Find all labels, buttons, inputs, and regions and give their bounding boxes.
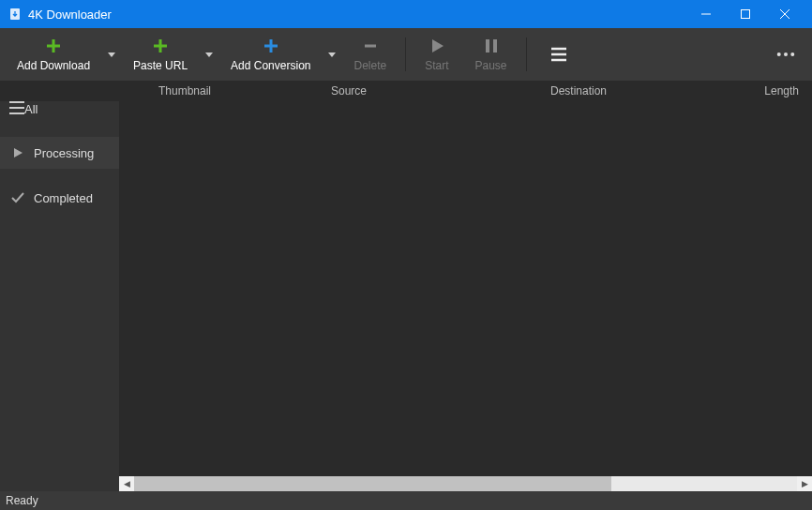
plus-icon	[44, 37, 63, 55]
svg-rect-3	[493, 39, 497, 52]
close-button[interactable]	[765, 0, 804, 28]
statusbar: Ready	[0, 491, 812, 510]
sidebar: All Processing Completed	[0, 101, 119, 491]
add-conversion-dropdown[interactable]	[323, 28, 340, 81]
scroll-right-button[interactable]: ▶	[797, 476, 812, 491]
plus-icon	[151, 37, 170, 55]
paste-url-button[interactable]: Paste URL	[120, 28, 201, 81]
delete-label: Delete	[353, 59, 386, 72]
svg-rect-1	[742, 10, 750, 19]
svg-point-6	[790, 52, 794, 56]
toolbar-separator	[526, 38, 527, 71]
sidebar-completed-label: Completed	[34, 191, 93, 205]
add-conversion-button[interactable]: Add Conversion	[218, 28, 323, 81]
sidebar-item-completed[interactable]: Completed	[0, 182, 119, 214]
sidebar-all-label[interactable]: All	[24, 102, 38, 116]
dots-icon	[776, 45, 795, 64]
svg-rect-2	[486, 39, 489, 52]
play-icon	[428, 37, 446, 55]
sidebar-item-processing[interactable]: Processing	[0, 137, 119, 169]
hamburger-icon[interactable]	[9, 101, 24, 117]
status-text: Ready	[6, 494, 38, 507]
col-source[interactable]: Source	[250, 84, 447, 98]
scroll-track[interactable]	[134, 476, 797, 491]
content-area: ◀ ▶	[119, 101, 812, 491]
app-icon	[8, 7, 23, 22]
plus-icon	[262, 37, 280, 55]
col-thumbnail[interactable]: Thumbnail	[119, 84, 250, 98]
check-icon	[9, 189, 26, 206]
pause-button[interactable]: Pause	[462, 37, 520, 72]
add-download-dropdown[interactable]	[103, 28, 120, 81]
more-button[interactable]	[763, 45, 808, 64]
play-icon	[9, 144, 26, 161]
paste-url-label: Paste URL	[133, 59, 188, 72]
start-label: Start	[425, 59, 448, 72]
svg-point-4	[777, 52, 781, 56]
add-download-label: Add Download	[17, 59, 90, 72]
pause-label: Pause	[475, 59, 507, 72]
toolbar: Add Download Paste URL Add Conversion De…	[0, 28, 812, 81]
scroll-left-button[interactable]: ◀	[119, 476, 134, 491]
sidebar-header: All	[0, 101, 119, 124]
col-destination[interactable]: Destination	[447, 84, 710, 98]
minimize-button[interactable]	[686, 0, 726, 28]
toolbar-separator	[405, 38, 406, 71]
hamburger-icon	[549, 45, 568, 64]
menu-button[interactable]	[533, 45, 585, 64]
scroll-thumb[interactable]	[134, 476, 611, 491]
svg-point-5	[784, 52, 788, 56]
column-headers: Thumbnail Source Destination Length	[0, 81, 812, 101]
add-conversion-label: Add Conversion	[231, 59, 310, 72]
sidebar-processing-label: Processing	[34, 146, 94, 160]
main-area: All Processing Completed ◀ ▶	[0, 101, 812, 491]
start-button[interactable]: Start	[412, 37, 461, 72]
paste-url-dropdown[interactable]	[201, 28, 218, 81]
titlebar: 4K Downloader	[0, 0, 812, 28]
window-title: 4K Downloader	[28, 8, 686, 22]
horizontal-scrollbar[interactable]: ◀ ▶	[119, 476, 812, 491]
pause-icon	[482, 37, 501, 55]
col-length[interactable]: Length	[710, 84, 812, 98]
maximize-button[interactable]	[726, 0, 765, 28]
minus-icon	[361, 37, 380, 55]
delete-button[interactable]: Delete	[340, 37, 399, 72]
add-download-button[interactable]: Add Download	[4, 28, 103, 81]
